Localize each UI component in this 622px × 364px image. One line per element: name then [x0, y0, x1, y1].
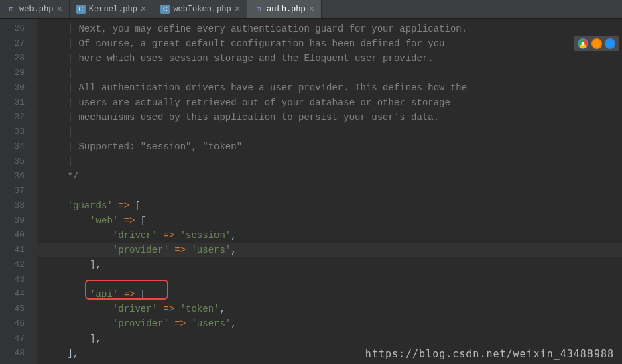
- tab-bar: ⊞ web.php × C Kernel.php × C webToken.ph…: [0, 0, 622, 19]
- code-line: */: [37, 169, 622, 184]
- code-line: | users are actually retrieved out of yo…: [37, 95, 622, 110]
- line-number: 35: [0, 154, 37, 169]
- line-number: 26: [0, 21, 37, 36]
- close-icon[interactable]: ×: [309, 4, 314, 15]
- tab-web-php[interactable]: ⊞ web.php ×: [0, 0, 70, 18]
- line-number: 42: [0, 257, 37, 272]
- line-number: 37: [0, 184, 37, 198]
- line-number: 45: [0, 302, 37, 316]
- line-number: 32: [0, 110, 37, 125]
- line-number: 47: [0, 331, 37, 346]
- code-line: | Of course, a great default configurati…: [37, 36, 622, 51]
- code-line: | here which uses session storage and th…: [37, 51, 622, 66]
- code-line: | mechanisms used by this application to…: [37, 110, 622, 125]
- code-line: |: [37, 66, 622, 80]
- line-number: 44: [0, 287, 37, 302]
- code-line-current: 'provider' => 'users',: [37, 243, 622, 257]
- line-number: 40: [0, 228, 37, 243]
- line-number: 27: [0, 36, 37, 51]
- browser-icons-panel: [574, 36, 619, 51]
- php-file-icon: ⊞: [7, 5, 16, 14]
- line-number: 31: [0, 95, 37, 110]
- watermark-text: https://blog.csdn.net/weixin_43488988: [365, 348, 614, 360]
- code-line: | All authentication drivers have a user…: [37, 80, 622, 95]
- code-line: ],: [37, 331, 622, 346]
- line-number: 34: [0, 139, 37, 154]
- line-number: 43: [0, 272, 37, 287]
- chrome-icon[interactable]: [578, 38, 588, 49]
- code-line: 'driver' => 'token',: [37, 302, 622, 316]
- code-editor[interactable]: 26 27 28 29 30 31 32 33 34 35 36 37 38 3…: [0, 19, 622, 364]
- code-line: 'web' => [: [37, 213, 622, 228]
- close-icon[interactable]: ×: [56, 4, 62, 15]
- tab-label: auth.php: [267, 5, 306, 14]
- tab-label: web.php: [19, 5, 53, 14]
- tab-auth-php[interactable]: ⊞ auth.php ×: [247, 0, 322, 18]
- code-line: 'driver' => 'session',: [37, 228, 622, 243]
- firefox-icon[interactable]: [591, 38, 602, 49]
- line-number: 28: [0, 51, 37, 66]
- code-line: |: [37, 154, 622, 169]
- php-file-icon: ⊞: [254, 5, 263, 14]
- code-line: [37, 272, 622, 287]
- line-number: 29: [0, 66, 37, 80]
- line-number: 41: [0, 243, 37, 257]
- line-number: 39: [0, 213, 37, 228]
- line-number: 38: [0, 198, 37, 213]
- code-line: [37, 184, 622, 198]
- class-file-icon: C: [76, 5, 86, 14]
- code-area[interactable]: | Next, you may define every authenticat…: [37, 19, 622, 364]
- code-line: 'provider' => 'users',: [37, 316, 622, 331]
- line-number: 30: [0, 80, 37, 95]
- line-number: 46: [0, 316, 37, 331]
- safari-icon[interactable]: [605, 38, 615, 49]
- code-line: 'api' => [: [37, 287, 622, 302]
- close-icon[interactable]: ×: [141, 4, 146, 15]
- gutter: 26 27 28 29 30 31 32 33 34 35 36 37 38 3…: [0, 19, 37, 364]
- tab-label: webToken.php: [173, 5, 231, 14]
- code-line: | Supported: "session", "token": [37, 139, 622, 154]
- code-line: 'guards' => [: [37, 198, 622, 213]
- tab-kernel-php[interactable]: C Kernel.php ×: [70, 0, 153, 18]
- code-line: ],: [37, 257, 622, 272]
- line-number: 33: [0, 125, 37, 139]
- close-icon[interactable]: ×: [235, 4, 240, 15]
- tab-webtoken-php[interactable]: C webToken.php ×: [153, 0, 247, 18]
- class-file-icon: C: [160, 5, 170, 14]
- line-number: 36: [0, 169, 37, 184]
- code-line: | Next, you may define every authenticat…: [37, 21, 622, 36]
- tab-label: Kernel.php: [89, 5, 137, 14]
- line-number: 48: [0, 346, 37, 361]
- code-line: |: [37, 125, 622, 139]
